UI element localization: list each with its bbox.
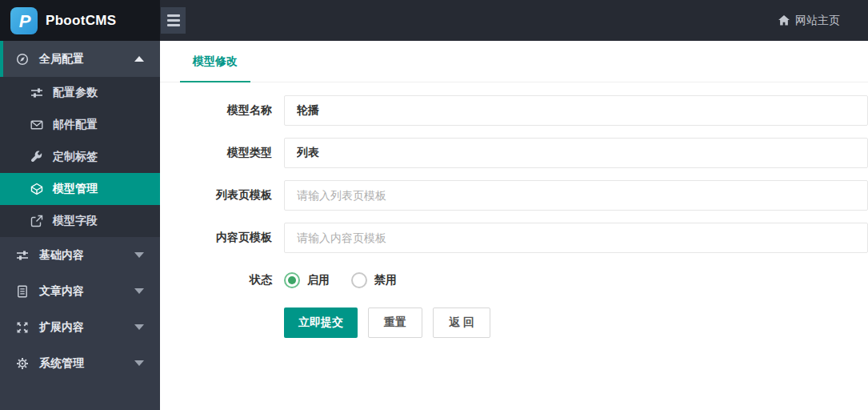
sidebar-item-email-config[interactable]: 邮件配置 [0, 109, 160, 141]
svg-text:P: P [19, 11, 31, 31]
sidebar-item-model-management[interactable]: 模型管理 [0, 173, 160, 205]
sidebar-item-label: 系统管理 [39, 356, 134, 371]
chevron-down-icon [134, 360, 144, 366]
form-row-list-template: 列表页模板 [160, 180, 868, 211]
tab-model-edit[interactable]: 模型修改 [180, 41, 250, 82]
radio-enable-label: 启用 [307, 273, 330, 287]
form-row-content-template: 内容页模板 [160, 223, 868, 253]
sidebar-item-label: 基础内容 [39, 248, 134, 263]
content-template-label: 内容页模板 [160, 231, 272, 245]
brand-logo-area[interactable]: P PbootCMS [0, 0, 160, 41]
site-home-link[interactable]: 网站主页 [778, 0, 840, 41]
chevron-down-icon [134, 288, 144, 294]
arrows-icon [16, 321, 29, 334]
sidebar-item-config-params[interactable]: 配置参数 [0, 77, 160, 109]
file-icon [16, 285, 29, 298]
home-link-label: 网站主页 [795, 14, 840, 28]
sidebar-item-label: 全局配置 [39, 52, 134, 66]
wrench-icon [30, 151, 43, 163]
cube-icon [30, 183, 43, 195]
chevron-up-icon [134, 56, 144, 62]
form-row-status: 状态 启用 禁用 [160, 265, 868, 295]
sliders-icon [30, 86, 43, 99]
form-buttons-row: 立即提交 重置 返 回 [160, 308, 868, 338]
form-row-model-type: 模型类型 [160, 138, 868, 168]
sidebar-item-label: 模型字段 [53, 214, 98, 228]
sidebar-item-custom-tags[interactable]: 定制标签 [0, 141, 160, 173]
radio-unchecked-icon[interactable] [351, 272, 367, 288]
model-type-label: 模型类型 [160, 146, 272, 160]
chevron-down-icon [134, 324, 144, 330]
sidebar: 全局配置 配置参数 邮件配置 [0, 41, 160, 410]
pbootcms-logo-icon: P [10, 7, 38, 34]
sidebar-item-global-config[interactable]: 全局配置 [0, 41, 160, 77]
sidebar-item-article-content[interactable]: 文章内容 [0, 273, 160, 309]
sidebar-item-model-fields[interactable]: 模型字段 [0, 205, 160, 237]
sidebar-item-label: 定制标签 [53, 150, 98, 164]
sidebar-item-label: 邮件配置 [53, 118, 98, 132]
list-template-input[interactable] [284, 180, 868, 211]
radio-enable[interactable]: 启用 [284, 272, 330, 288]
global-config-submenu: 配置参数 邮件配置 定制标签 [0, 77, 160, 237]
brand-title: PbootCMS [46, 13, 116, 29]
model-edit-form: 模型名称 模型类型 列表页模板 内容页模板 状态 启用 禁用 [160, 82, 868, 338]
sidebar-item-basic-content[interactable]: 基础内容 [0, 237, 160, 273]
reset-button[interactable]: 重置 [368, 308, 422, 338]
gear-icon [16, 357, 29, 370]
model-name-input[interactable] [284, 95, 868, 126]
status-label: 状态 [160, 273, 272, 287]
sliders-icon [16, 249, 29, 262]
radio-checked-icon[interactable] [284, 272, 300, 288]
external-link-icon [30, 215, 43, 227]
status-radio-group: 启用 禁用 [284, 265, 397, 295]
content-template-input[interactable] [284, 223, 868, 253]
hamburger-bar [167, 19, 180, 22]
sidebar-item-label: 扩展内容 [39, 320, 134, 335]
compass-icon [16, 53, 29, 66]
home-icon [778, 15, 790, 26]
submit-button[interactable]: 立即提交 [284, 308, 358, 338]
main-content: 模型修改 模型名称 模型类型 列表页模板 内容页模板 状态 启用 [160, 41, 868, 410]
hamburger-bar [167, 14, 180, 17]
hamburger-icon[interactable] [161, 7, 186, 34]
form-row-model-name: 模型名称 [160, 95, 868, 126]
radio-disable-label: 禁用 [374, 273, 397, 287]
chevron-down-icon [134, 252, 144, 258]
model-name-label: 模型名称 [160, 103, 272, 118]
sidebar-item-label: 文章内容 [39, 284, 134, 299]
list-template-label: 列表页模板 [160, 188, 272, 203]
sidebar-item-label: 模型管理 [53, 182, 98, 196]
sidebar-item-label: 配置参数 [53, 86, 98, 100]
sidebar-item-system-management[interactable]: 系统管理 [0, 345, 160, 381]
hamburger-bar [167, 24, 180, 26]
radio-disable[interactable]: 禁用 [351, 272, 397, 288]
back-button[interactable]: 返 回 [433, 308, 490, 338]
envelope-icon [30, 119, 43, 131]
top-bar: P PbootCMS 网站主页 [0, 0, 868, 41]
sidebar-item-extended-content[interactable]: 扩展内容 [0, 309, 160, 345]
tab-bar: 模型修改 [160, 41, 868, 82]
model-type-input[interactable] [284, 138, 868, 168]
